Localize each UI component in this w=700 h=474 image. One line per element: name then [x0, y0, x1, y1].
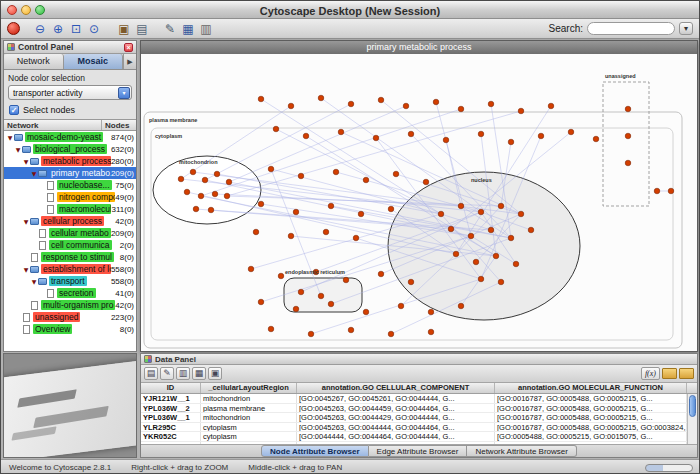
scrollbar-thumb[interactable]	[689, 395, 696, 417]
zoom-in-icon[interactable]: ⊕	[50, 21, 66, 36]
table-row[interactable]: YPL036W__1mitochondrion[GO:0045263, GO:0…	[141, 413, 697, 423]
network-node[interactable]	[338, 129, 344, 135]
tree-item-cell-communica[interactable]: cell communica2(0)	[4, 239, 136, 251]
minimize-window-button[interactable]	[21, 5, 31, 15]
network-node[interactable]	[293, 209, 299, 215]
network-node[interactable]	[398, 303, 404, 309]
network-node[interactable]	[654, 188, 660, 194]
network-node[interactable]	[363, 309, 369, 315]
network-node[interactable]	[198, 193, 204, 199]
network-node[interactable]	[668, 188, 674, 194]
network-node[interactable]	[443, 137, 449, 143]
network-node[interactable]	[478, 209, 484, 215]
tree-item-unassigned[interactable]: unassigned223(0)	[4, 311, 136, 323]
tree-item-establishment-of-lo[interactable]: ▼establishment of lo558(0)	[4, 263, 136, 275]
attribute-select-icon[interactable]: ▤	[144, 367, 158, 380]
tree-item-macromolecule[interactable]: macromolecule311(0)	[4, 203, 136, 215]
import-attributes-icon[interactable]	[662, 368, 677, 379]
cytoscape-logo-icon[interactable]	[7, 22, 20, 35]
network-node[interactable]	[408, 131, 414, 137]
network-node[interactable]	[248, 266, 254, 272]
network-node[interactable]	[333, 169, 339, 175]
network-node[interactable]	[388, 206, 394, 212]
expand-arrow-icon[interactable]: ▼	[22, 218, 30, 225]
column-header-annotation-go-molecular-function[interactable]: annotation.GO MOLECULAR_FUNCTION	[495, 383, 687, 393]
network-node[interactable]	[224, 193, 230, 199]
network-node[interactable]	[388, 331, 394, 337]
network-node[interactable]	[258, 299, 264, 305]
network-node[interactable]	[528, 227, 534, 233]
search-input[interactable]	[587, 22, 675, 35]
table-row[interactable]: YKR052Ccytoplasm[GO:0044444, GO:0044464,…	[141, 432, 697, 442]
zoom-out-icon[interactable]: ⊖	[32, 21, 48, 36]
network-node[interactable]	[473, 259, 479, 265]
network-node[interactable]	[393, 171, 399, 177]
network-manager-icon[interactable]: ▥	[198, 21, 214, 36]
snapshot-icon[interactable]: ▤	[134, 21, 150, 36]
column-header-id[interactable]: ID	[141, 383, 201, 393]
network-node[interactable]	[625, 106, 631, 112]
dropdown-arrow-icon[interactable]: ▾	[118, 87, 130, 99]
tree-item-cellular-process[interactable]: ▼cellular process42(0)	[4, 215, 136, 227]
attribute-trash-icon[interactable]: ▣	[208, 367, 222, 380]
tree-item-metabolic-process[interactable]: ▼metabolic process280(0)	[4, 155, 136, 167]
table-row[interactable]: YJR121W__1mitochondrion[GO:0045267, GO:0…	[141, 394, 697, 404]
tree-item-biological-process[interactable]: ▼biological_process632(0)	[4, 143, 136, 155]
network-node[interactable]	[518, 211, 524, 217]
network-node[interactable]	[268, 166, 274, 172]
network-node[interactable]	[318, 95, 324, 101]
network-node[interactable]	[298, 289, 304, 295]
network-node[interactable]	[408, 279, 414, 285]
tree-item-transport[interactable]: ▼transport558(0)	[4, 275, 136, 287]
tree-item-mosaic-demo-yeast[interactable]: ▼mosaic-demo-yeast874(0)	[4, 131, 136, 143]
tree-item-multi-organism-pro[interactable]: multi-organism pro42(0)	[4, 299, 136, 311]
network-node[interactable]	[278, 273, 284, 279]
network-node[interactable]	[214, 171, 220, 177]
network-node[interactable]	[202, 177, 208, 183]
tab-network[interactable]: Network	[4, 54, 64, 69]
network-node[interactable]	[458, 303, 464, 309]
network-node[interactable]	[318, 293, 324, 299]
network-node[interactable]	[468, 233, 474, 239]
attribute-new-icon[interactable]: ✎	[160, 367, 174, 380]
tab-mosaic[interactable]: Mosaic	[64, 54, 124, 69]
control-panel-close-icon[interactable]: ×	[124, 43, 133, 52]
network-node[interactable]	[258, 96, 264, 102]
network-node[interactable]	[343, 277, 349, 283]
expand-arrow-icon[interactable]: ▼	[22, 158, 30, 165]
network-node[interactable]	[458, 106, 464, 112]
network-node[interactable]	[184, 189, 190, 195]
network-node[interactable]	[226, 179, 232, 185]
network-node[interactable]	[493, 253, 499, 259]
network-node[interactable]	[548, 103, 554, 109]
network-node[interactable]	[498, 203, 504, 209]
tab-network-attribute-browser[interactable]: Network Attribute Browser	[467, 445, 576, 457]
show-graphics-details-icon[interactable]: ▣	[116, 21, 132, 36]
network-node[interactable]	[363, 177, 369, 183]
tree-item-response-to-stimul[interactable]: response to stimul8(0)	[4, 251, 136, 263]
network-node[interactable]	[458, 203, 464, 209]
network-node[interactable]	[513, 261, 519, 267]
network-node[interactable]	[308, 331, 314, 337]
close-window-button[interactable]	[7, 5, 17, 15]
network-canvas[interactable]: plasma membranecytoplasmmitochondrionnuc…	[141, 54, 697, 351]
attribute-browser-icon[interactable]: ▦	[180, 21, 196, 36]
tab-edge-attribute-browser[interactable]: Edge Attribute Browser	[369, 445, 468, 457]
network-node[interactable]	[212, 191, 218, 197]
table-row[interactable]: YDR039C__1mitochondrion[GO:0044444, GO:0…	[141, 442, 697, 445]
network-node[interactable]	[293, 306, 299, 312]
network-node[interactable]	[593, 136, 599, 142]
network-node[interactable]	[508, 235, 514, 241]
table-row[interactable]: YPL036W__2plasma membrane[GO:0045263, GO…	[141, 404, 697, 414]
tree-item-overview[interactable]: Overview8(0)	[4, 323, 136, 335]
expand-arrow-icon[interactable]: ▼	[6, 134, 14, 141]
network-node[interactable]	[348, 101, 354, 107]
tree-item-primary-metabo[interactable]: ▼primary metabo...209(0)	[4, 167, 136, 179]
node-color-dropdown[interactable]: transporter activity ▾	[8, 85, 132, 100]
network-node[interactable]	[625, 133, 631, 139]
network-node[interactable]	[448, 226, 454, 232]
network-node[interactable]	[433, 99, 439, 105]
network-node[interactable]	[378, 97, 384, 103]
network-node[interactable]	[348, 327, 354, 333]
network-node[interactable]	[428, 329, 434, 335]
